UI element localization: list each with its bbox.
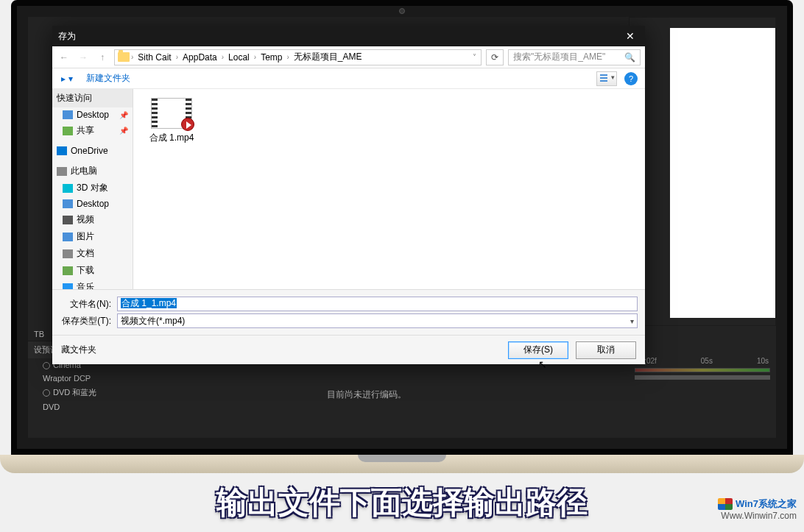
search-placeholder: 搜索"无标题项目_AME" [513,51,605,63]
breadcrumb-item[interactable]: Local [225,52,253,63]
video-subtitle: 输出文件下面选择输出路径 [0,482,804,523]
chevron-down-icon: ▾ [630,317,634,325]
filename-input[interactable]: 合成 1_1.mp4 [117,297,638,311]
laptop-frame: ■ ▶ ▾ 00;02f 05s 10s 目前尚未进行编码。 [0,0,804,532]
webcam [399,8,405,14]
preview-panel [629,17,776,326]
cursor-icon: ↖ [538,358,547,370]
breadcrumb-item[interactable]: AppData [180,52,220,63]
hide-folders-link[interactable]: 藏文件夹 [61,344,96,356]
folder-icon [118,52,130,62]
laptop-base [0,455,804,473]
video-thumbnail [151,98,192,129]
breadcrumb-item[interactable]: Temp [258,52,285,63]
filetype-select[interactable]: 视频文件(*.mp4)▾ [117,313,638,328]
save-button[interactable]: 保存(S)↖ [508,341,568,359]
document-icon [63,249,73,258]
filename-label: 文件名(N): [60,298,111,311]
search-input[interactable]: 搜索"无标题项目_AME" 🔍 [508,49,641,65]
preview-canvas [670,28,775,318]
watermark: Win7系统之家 Www.Winwin7.com [718,497,797,521]
sidebar-item-documents[interactable]: 文档 [52,245,133,262]
new-folder-button[interactable]: 新建文件夹 [82,71,135,86]
screen: ■ ▶ ▾ 00;02f 05s 10s 目前尚未进行编码。 [28,17,776,438]
timeline-panel: 00;02f 05s 10s [629,357,776,386]
search-icon[interactable]: 🔍 [624,52,635,63]
chevron-right-icon[interactable]: › [253,53,258,61]
cancel-button[interactable]: 取消 [576,341,636,359]
dialog-toolbar: ▸ ▾ 新建文件夹 ? [52,68,645,89]
sidebar-item-desktop2[interactable]: Desktop [52,196,133,211]
file-name-label: 合成 1.mp4 [142,132,201,144]
sidebar-item-downloads[interactable]: 下载 [52,262,133,279]
timeline-tick: 05s [701,357,713,365]
breadcrumb-item[interactable]: 无标题项目_AME [291,51,365,63]
film-strip-icon [152,99,158,128]
music-icon [63,283,73,290]
sidebar-item-3dobjects[interactable]: 3D 对象 [52,180,133,196]
dialog-body: 快速访问 Desktop📌 共享📌 OneDrive 此电脑 3D 对象 Des… [52,89,645,289]
sidebar-item-desktop[interactable]: Desktop📌 [52,107,133,122]
chevron-right-icon[interactable]: › [174,53,180,61]
gear-icon [43,362,50,369]
preset-item-wraptor[interactable]: Wraptor DCP [28,372,164,385]
nav-back-button[interactable]: ← [57,50,71,65]
dialog-titlebar[interactable]: 存为 ✕ [52,26,645,46]
refresh-button[interactable]: ⟳ [486,49,504,65]
play-badge-icon [181,118,194,131]
windows-logo-icon [718,498,733,510]
file-list-area[interactable]: 合成 1.mp4 [133,89,645,289]
address-bar-row: ← → ↑ › Sith Cait› AppData› Local› Temp›… [52,46,645,68]
nav-up-button[interactable]: ↑ [95,50,110,65]
chevron-down-icon[interactable]: ˅ [471,53,478,61]
preset-item-dvd[interactable]: DVD [28,400,164,414]
chevron-right-icon[interactable]: › [220,53,225,61]
timeline-track-a[interactable] [635,368,770,372]
nav-forward-button[interactable]: → [76,50,91,65]
dialog-field-area: 文件名(N): 合成 1_1.mp4 保存类型(T): 视频文件(*.mp4)▾ [52,289,645,335]
pin-icon: 📌 [119,111,128,119]
preset-item-dvd-bluray[interactable]: DVD 和蓝光 [28,385,164,400]
desktop-icon [63,110,73,119]
breadcrumb-item[interactable]: Sith Cait [135,52,174,63]
file-item-video[interactable]: 合成 1.mp4 [142,98,201,144]
disc-icon [43,389,50,397]
sidebar-item-pictures[interactable]: 图片 [52,228,133,245]
save-as-dialog: 存为 ✕ ← → ↑ › Sith Cait› AppData› Local› … [52,26,645,364]
dialog-footer: 藏文件夹 保存(S)↖ 取消 [52,335,645,364]
timeline-track-b[interactable] [635,375,770,380]
share-icon [63,127,73,135]
sidebar-item-music[interactable]: 音乐 [52,279,133,289]
dialog-title: 存为 [58,30,76,43]
filetype-label: 保存类型(T): [60,315,111,327]
timeline-tick: 10s [757,357,769,365]
pc-icon [57,167,67,176]
sidebar-item-onedrive[interactable]: OneDrive [52,143,133,158]
sidebar-item-thispc[interactable]: 此电脑 [52,163,133,180]
desktop-icon [63,199,73,208]
cube-icon [63,184,73,193]
encode-status: 目前尚未进行编码。 [327,389,406,401]
chevron-right-icon[interactable]: › [130,53,135,61]
screen-bezel: ■ ▶ ▾ 00;02f 05s 10s 目前尚未进行编码。 [11,0,793,455]
view-options-button[interactable] [596,71,617,86]
video-icon [63,216,73,224]
watermark-brand: Win7系统之家 [736,497,797,511]
sidebar-item-videos[interactable]: 视频 [52,211,133,228]
sidebar-item-share[interactable]: 共享📌 [52,122,133,139]
close-button[interactable]: ✕ [616,26,645,46]
download-icon [63,266,73,275]
navigation-sidebar: 快速访问 Desktop📌 共享📌 OneDrive 此电脑 3D 对象 Des… [52,89,133,289]
pin-icon: 📌 [119,127,128,135]
organize-button[interactable]: ▸ ▾ [60,71,74,86]
breadcrumb-bar[interactable]: › Sith Cait› AppData› Local› Temp› 无标题项目… [114,49,482,65]
picture-icon [63,233,73,241]
sidebar-section-quickaccess[interactable]: 快速访问 [52,89,133,107]
chevron-right-icon[interactable]: › [285,53,290,61]
help-button[interactable]: ? [624,72,638,85]
laptop-notch [358,455,446,462]
onedrive-icon [57,146,67,155]
watermark-url: Www.Winwin7.com [718,511,797,521]
